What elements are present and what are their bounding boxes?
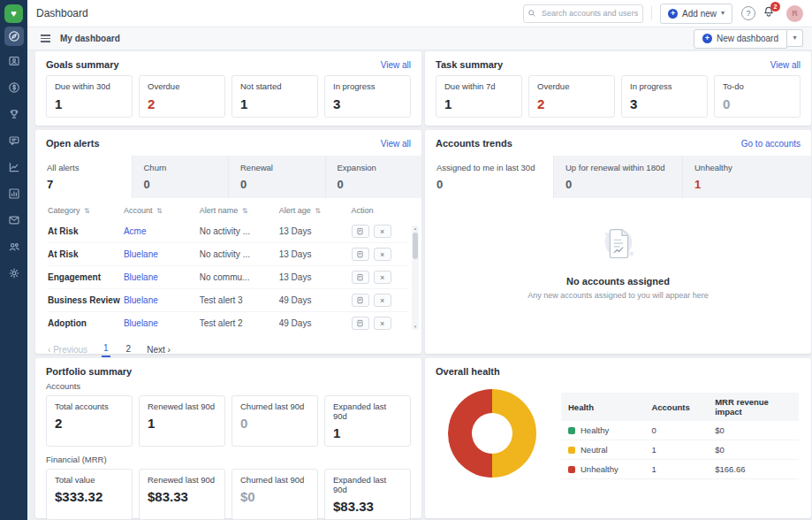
health-table-row: Unhealthy 1 $166.66 (561, 460, 799, 479)
stat-card: Overdue2 (139, 75, 225, 118)
help-button[interactable]: ? (741, 6, 755, 20)
header-divider (651, 6, 652, 20)
stat-card: Due within 7d1 (436, 75, 522, 118)
dismiss-alert-button[interactable]: × (374, 317, 391, 330)
dismiss-alert-button[interactable]: × (374, 248, 391, 261)
avatar[interactable]: R (786, 5, 803, 22)
panel-title: Goals summary (46, 59, 119, 70)
dashboard-content: Goals summary View all Due within 30d1 O… (27, 50, 812, 520)
column-action: Action (352, 202, 409, 220)
app-window: ♥ Dashboard + Add new ▾ ? 2 R (0, 0, 812, 520)
sidebar-item-conversations[interactable] (0, 129, 27, 156)
bar-chart-icon (8, 187, 20, 203)
scroll-down-icon: ▾ (414, 324, 417, 330)
tab-unhealthy[interactable]: Unhealthy1 (682, 156, 811, 198)
sidebar-item-email[interactable] (0, 209, 27, 235)
scrollbar-thumb[interactable] (413, 233, 418, 259)
dismiss-alert-button[interactable]: × (374, 271, 391, 284)
empty-state: No accounts assigned Any new accounts as… (425, 221, 811, 300)
stat-card: In progress3 (621, 75, 708, 118)
dashboard-icon (4, 27, 24, 46)
column-alert-age[interactable]: Alert age ⇅ (279, 202, 352, 220)
create-task-button[interactable] (352, 225, 369, 238)
health-table-header: Health Accounts MRR revenue impact (561, 393, 799, 421)
column-account[interactable]: Account ⇅ (124, 202, 200, 220)
tab-renewal-180d[interactable]: Up for renewal within 180d0 (553, 156, 682, 198)
menu-icon[interactable] (41, 34, 50, 42)
alerts-tab-strip: All alerts7 Churn0 Renewal0 Expansion0 (35, 156, 421, 198)
panel-title: Open alerts (46, 138, 100, 149)
portfolio-summary-panel: Portfolio summary Accounts Total account… (35, 358, 421, 518)
health-table-row: Neutral 1 $0 (561, 440, 799, 460)
notifications-button[interactable]: 2 (763, 5, 775, 21)
sidebar-item-dashboard[interactable] (0, 23, 27, 50)
create-task-button[interactable] (352, 248, 369, 261)
plus-icon: + (702, 34, 712, 43)
create-task-button[interactable] (352, 317, 369, 330)
open-alerts-panel: Open alerts View all All alerts7 Churn0 … (35, 130, 421, 354)
sort-icon: ⇅ (156, 207, 163, 215)
tab-churn[interactable]: Churn0 (132, 156, 229, 198)
sidebar-item-accounts[interactable] (0, 50, 27, 76)
account-link[interactable]: Bluelane (124, 272, 158, 282)
account-link[interactable]: Bluelane (124, 249, 158, 259)
overall-health-panel: Overall health Health Accounts MRR reven… (425, 358, 811, 518)
column-alert-name[interactable]: Alert name ⇅ (200, 202, 279, 220)
account-link[interactable]: Bluelane (124, 295, 158, 305)
task-summary-panel: Task summary View all Due within 7d1 Ove… (425, 51, 811, 126)
sort-icon: ⇅ (84, 207, 90, 215)
page-title: Dashboard (36, 7, 88, 19)
sidebar-item-reports[interactable] (0, 182, 27, 209)
tab-expansion[interactable]: Expansion0 (325, 156, 422, 198)
tab-renewal[interactable]: Renewal0 (228, 156, 325, 198)
chevron-down-icon: ▾ (793, 34, 796, 42)
page-1-button[interactable]: 1 (102, 342, 110, 357)
empty-document-icon (595, 221, 642, 269)
neutral-swatch (568, 447, 575, 454)
new-dashboard-button[interactable]: + New dashboard (694, 29, 787, 49)
add-new-button[interactable]: + Add new ▾ (660, 4, 732, 24)
page-2-button[interactable]: 2 (125, 343, 133, 356)
tab-assigned-30d[interactable]: Assigned to me in last 30d0 (425, 156, 553, 198)
sidebar-item-trends[interactable] (0, 156, 27, 182)
account-link[interactable]: Bluelane (124, 318, 158, 328)
sidebar: ♥ (0, 0, 27, 520)
sidebar-item-goals[interactable] (0, 103, 27, 129)
previous-page-button[interactable]: ‹ Previous (48, 345, 87, 355)
close-icon: × (380, 227, 384, 236)
close-icon: × (380, 319, 384, 328)
next-page-button[interactable]: Next › (147, 345, 171, 355)
tasks-view-all-link[interactable]: View all (770, 60, 801, 70)
sidebar-item-settings[interactable] (0, 262, 27, 288)
close-icon: × (380, 273, 384, 282)
sort-icon: ⇅ (242, 207, 248, 215)
account-card-icon (8, 55, 20, 71)
table-scrollbar[interactable]: ▴ ▾ (412, 226, 419, 330)
create-task-button[interactable] (352, 271, 369, 284)
sidebar-item-team[interactable] (0, 235, 27, 262)
healthy-swatch (568, 427, 575, 434)
account-link[interactable]: Acme (124, 226, 147, 236)
dismiss-alert-button[interactable]: × (374, 225, 391, 238)
dollar-icon (8, 81, 20, 97)
goals-view-all-link[interactable]: View all (381, 60, 411, 70)
global-search (523, 4, 643, 23)
tab-all-alerts[interactable]: All alerts7 (35, 156, 132, 198)
app-logo[interactable]: ♥ (4, 4, 23, 23)
sidebar-item-revenue[interactable] (0, 76, 27, 103)
go-to-accounts-link[interactable]: Go to accounts (741, 139, 801, 149)
alerts-view-all-link[interactable]: View all (381, 139, 411, 149)
notification-badge: 2 (770, 2, 780, 11)
column-category[interactable]: Category ⇅ (48, 202, 124, 220)
trends-tab-strip: Assigned to me in last 30d0 Up for renew… (425, 156, 811, 198)
create-task-button[interactable] (352, 294, 369, 307)
dismiss-alert-button[interactable]: × (374, 294, 391, 307)
current-dashboard-label: My dashboard (60, 34, 120, 43)
health-table: Health Accounts MRR revenue impact Healt… (561, 393, 799, 479)
close-icon: × (380, 250, 384, 259)
table-header-row: Category ⇅ Account ⇅ Alert name ⇅ Alert … (48, 202, 409, 220)
search-input[interactable] (540, 8, 642, 19)
search-icon (527, 9, 536, 18)
new-dashboard-menu-button[interactable]: ▾ (787, 29, 803, 47)
panel-title: Accounts trends (436, 138, 512, 149)
